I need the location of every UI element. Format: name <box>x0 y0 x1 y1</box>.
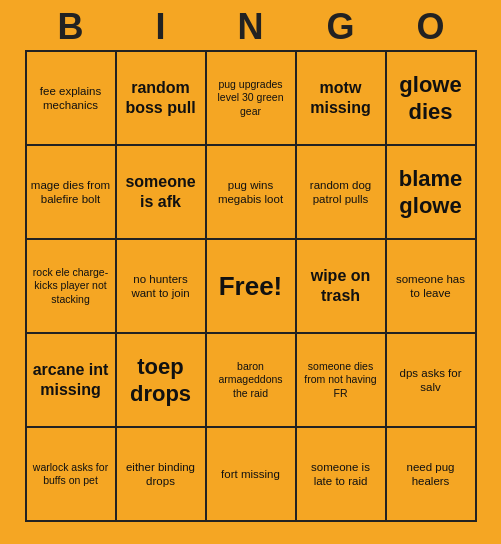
bingo-cell-23: someone is late to raid <box>297 428 387 522</box>
bingo-cell-15: arcane int missing <box>27 334 117 428</box>
bingo-cell-9: blame glowe <box>387 146 477 240</box>
bingo-cell-21: either binding drops <box>117 428 207 522</box>
bingo-header: B I N G O <box>0 0 501 50</box>
bingo-cell-8: random dog patrol pulls <box>297 146 387 240</box>
bingo-cell-11: no hunters want to join <box>117 240 207 334</box>
bingo-cell-2: pug upgrades level 30 green gear <box>207 52 297 146</box>
bingo-cell-12: Free! <box>207 240 297 334</box>
bingo-cell-6: someone is afk <box>117 146 207 240</box>
bingo-cell-20: warlock asks for buffs on pet <box>27 428 117 522</box>
letter-o: O <box>386 6 476 48</box>
bingo-cell-19: dps asks for salv <box>387 334 477 428</box>
bingo-cell-13: wipe on trash <box>297 240 387 334</box>
bingo-cell-16: toep drops <box>117 334 207 428</box>
bingo-cell-10: rock ele charge-kicks player not stackin… <box>27 240 117 334</box>
letter-b: B <box>26 6 116 48</box>
bingo-cell-18: someone dies from not having FR <box>297 334 387 428</box>
bingo-cell-1: random boss pull <box>117 52 207 146</box>
bingo-grid: fee explains mechanicsrandom boss pullpu… <box>25 50 477 522</box>
bingo-cell-22: fort missing <box>207 428 297 522</box>
bingo-cell-17: baron armageddons the raid <box>207 334 297 428</box>
letter-i: I <box>116 6 206 48</box>
bingo-cell-0: fee explains mechanics <box>27 52 117 146</box>
bingo-cell-14: someone has to leave <box>387 240 477 334</box>
letter-g: G <box>296 6 386 48</box>
bingo-cell-3: motw missing <box>297 52 387 146</box>
bingo-cell-7: pug wins megabis loot <box>207 146 297 240</box>
bingo-cell-5: mage dies from balefire bolt <box>27 146 117 240</box>
letter-n: N <box>206 6 296 48</box>
bingo-cell-24: need pug healers <box>387 428 477 522</box>
bingo-cell-4: glowe dies <box>387 52 477 146</box>
